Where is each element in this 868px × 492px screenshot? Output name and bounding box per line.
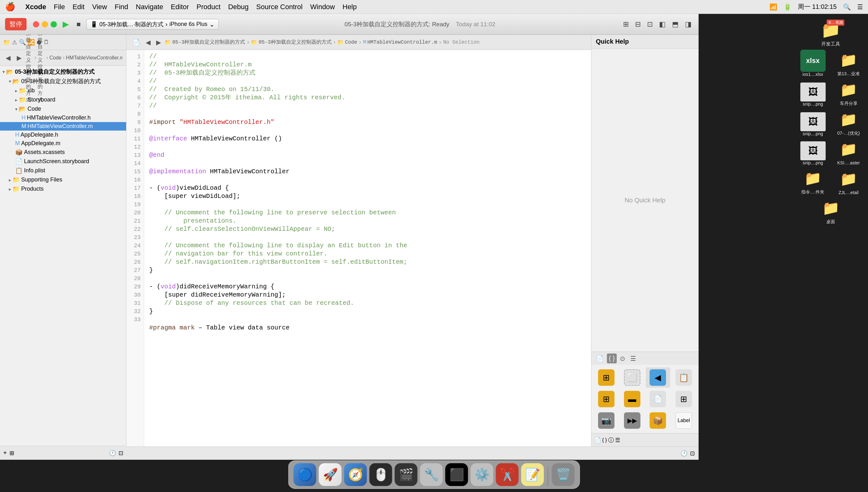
menu-navigate[interactable]: Navigate — [136, 3, 163, 11]
desktop-icon-ksi-aster[interactable]: 📁 KSI….aster — [832, 138, 866, 165]
desktop-icon-snip2[interactable]: 🖼 snip....png — [796, 112, 830, 136]
menu-help[interactable]: Help — [343, 3, 357, 11]
dock-trash[interactable]: 🗑️ — [552, 463, 575, 486]
tree-hm-h[interactable]: H HMTableViewController.h — [0, 114, 126, 122]
code-lines[interactable]: // // HMTableViewController.m // 05-3种加载… — [144, 50, 591, 446]
expand-all-button[interactable]: ⊡ — [690, 450, 695, 457]
obj-icon-back[interactable]: ◀ — [646, 367, 670, 388]
menu-product[interactable]: Product — [197, 3, 221, 11]
editor-file-icon[interactable]: 📄 — [130, 37, 142, 47]
menu-xcode[interactable]: Xcode — [25, 3, 46, 11]
nav-folder-icon[interactable]: 📁 — [3, 39, 10, 46]
qh-list-button[interactable]: ☰ — [615, 437, 620, 444]
menu-source-control[interactable]: Source Control — [256, 3, 303, 11]
minimize-button[interactable] — [42, 21, 48, 27]
desktop-icon-xlsx[interactable]: xlsx ios1....xlsx — [796, 50, 830, 77]
dock-mouse[interactable]: 🖱️ — [369, 463, 392, 486]
desktop-icon-devtools[interactable]: 📁 未…视频 开发工具 — [812, 19, 850, 47]
obj-icon-player[interactable]: ▶▶ — [620, 411, 644, 430]
desktop-icon-folder-13[interactable]: 📁 第13…业准 — [832, 49, 866, 77]
obj-icon-viewcontroller[interactable]: ⊞ — [594, 367, 619, 388]
view-utilities-button[interactable]: ◨ — [683, 19, 693, 30]
obj-icon-cube[interactable]: 📦 — [646, 411, 670, 430]
desktop-icon-desktop[interactable]: 📁 桌面 — [812, 197, 850, 225]
menu-window[interactable]: Window — [310, 3, 335, 11]
tree-appdelegate-m[interactable]: M AppDelegate.m — [0, 139, 126, 148]
obj-icon-imageview[interactable]: 📷 — [594, 411, 619, 430]
nav-search-icon[interactable]: 🔍 — [19, 39, 26, 46]
obj-lib-circle-btn[interactable]: ⊙ — [618, 353, 627, 364]
run-button[interactable]: ▶ — [61, 18, 71, 30]
desktop-row-1: 📁 未…视频 开发工具 — [796, 19, 866, 47]
obj-icon-label[interactable]: Label — [671, 411, 696, 430]
obj-icon-collectionview[interactable]: ⊞ — [594, 389, 619, 409]
obj-icon-view[interactable]: ⬜ — [620, 367, 644, 388]
dock-safari[interactable]: 🧭 — [344, 463, 367, 486]
code-content-area[interactable]: 1 2 3 4 5 6 7 8 9 10 11 12 13 14 15 16 1 — [126, 50, 591, 446]
menu-edit[interactable]: Edit — [72, 3, 84, 11]
scheme-selector[interactable]: 📱 05-3种加载…·制器的方式 › iPhone 6s Plus ⌄ — [86, 19, 219, 30]
dock-finder[interactable]: 🔵 — [293, 463, 316, 486]
obj-icon-tableview[interactable]: 📋 — [671, 367, 696, 388]
spotlight-icon[interactable]: 🔍 — [843, 3, 851, 11]
dock-notes[interactable]: 📝 — [521, 463, 544, 486]
desktop-icon-snip1[interactable]: 🖼 snip....png — [796, 82, 830, 106]
editor-version-button[interactable]: ⊡ — [645, 19, 655, 30]
tree-products[interactable]: ▸ 📁 Products — [0, 184, 126, 194]
menu-editor[interactable]: Editor — [171, 3, 189, 11]
dock-settings[interactable]: ⚙️ — [471, 463, 493, 486]
tree-code-folder[interactable]: ▾ 📂 Code — [0, 104, 126, 114]
editor-standard-button[interactable]: ⊞ — [621, 19, 631, 30]
obj-lib-list-btn[interactable]: ☰ — [629, 353, 638, 364]
tree-info-plist[interactable]: 📋 Info.plist — [0, 166, 126, 175]
view-navigator-button[interactable]: ◧ — [657, 19, 668, 30]
desktop-icon-zjl-etail[interactable]: 📁 ZJL…etail — [832, 168, 866, 195]
dock-tools[interactable]: 🔧 — [420, 463, 443, 486]
obj-icon-slider[interactable]: ▬ — [620, 389, 644, 409]
desktop-icon-commands[interactable]: 📁 指令….件夹 — [796, 167, 830, 195]
tree-hm-m[interactable]: M HMTableViewController.m — [0, 122, 126, 130]
obj-icon-collectioncell[interactable]: ⊞ — [671, 389, 696, 409]
code-line-31: // Dispose of any resources that can be … — [149, 299, 586, 308]
forward-button[interactable]: ▶ — [15, 53, 23, 63]
apple-menu[interactable]: 🍎 — [5, 2, 15, 12]
tree-launchscreen[interactable]: 📄 LaunchScreen.storyboard — [0, 157, 126, 166]
menu-view[interactable]: View — [92, 3, 107, 11]
notification-icon[interactable]: ☰ — [857, 3, 863, 11]
qh-doc-button[interactable]: 📄 — [594, 437, 601, 444]
tree-appdelegate-h[interactable]: H AppDelegate.h — [0, 130, 126, 139]
code-line-25: // navigation bar for this view controll… — [149, 250, 586, 258]
obj-lib-file-btn[interactable]: 📄 — [594, 353, 606, 364]
obj-icon-tableviewcell[interactable]: 📄 — [646, 389, 670, 409]
desktop-icon-snip3[interactable]: 🖼 snip....png — [796, 141, 830, 165]
breadcrumb-bar: ◀ ▶ 05-3种加载自定义控制器的方式 › 05-3种加载自定义控制器的方式 … — [0, 50, 126, 66]
desktop-icon-cardan[interactable]: 📁 车丹分享 — [832, 79, 866, 106]
dock-xmind[interactable]: ✂️ — [496, 463, 519, 486]
show-history-button[interactable]: 🕐 — [681, 450, 688, 457]
obj-lib-braces-btn[interactable]: { } — [607, 353, 617, 363]
tree-assets[interactable]: 📦 Assets.xcassets — [0, 148, 126, 157]
menu-find[interactable]: Find — [115, 3, 128, 11]
code-line-13: @end — [149, 151, 586, 159]
stop-build-button[interactable]: ■ — [75, 19, 82, 30]
stop-button[interactable]: 暂停 — [5, 18, 27, 30]
dock-movie[interactable]: 🎬 — [395, 463, 417, 486]
dock-launchpad[interactable]: 🚀 — [319, 463, 342, 486]
editor-back-button[interactable]: ◀ — [144, 37, 152, 47]
nav-warning-icon[interactable]: ⚠ — [12, 39, 17, 46]
desktop-icon-07-optimize[interactable]: 📁 07-…(优化) — [832, 108, 866, 136]
back-button[interactable]: ◀ — [4, 53, 12, 63]
bc-3: Code — [49, 55, 61, 61]
qh-info-button[interactable]: ⓘ — [608, 436, 614, 444]
view-debug-button[interactable]: ⬒ — [670, 19, 681, 30]
code-line-30: [super didReceiveMemoryWarning]; — [149, 291, 586, 299]
close-button[interactable] — [33, 21, 39, 27]
zoom-button[interactable] — [51, 21, 57, 27]
qh-braces-button[interactable]: { } — [602, 437, 607, 443]
menu-file[interactable]: File — [54, 3, 65, 11]
tree-supporting-files[interactable]: ▸ 📁 Supporting Files — [0, 175, 126, 184]
menu-debug[interactable]: Debug — [228, 3, 249, 11]
editor-forward-button[interactable]: ▶ — [154, 37, 163, 47]
dock-terminal[interactable]: ⬛ — [445, 463, 468, 486]
editor-assistant-button[interactable]: ⊟ — [633, 19, 643, 30]
